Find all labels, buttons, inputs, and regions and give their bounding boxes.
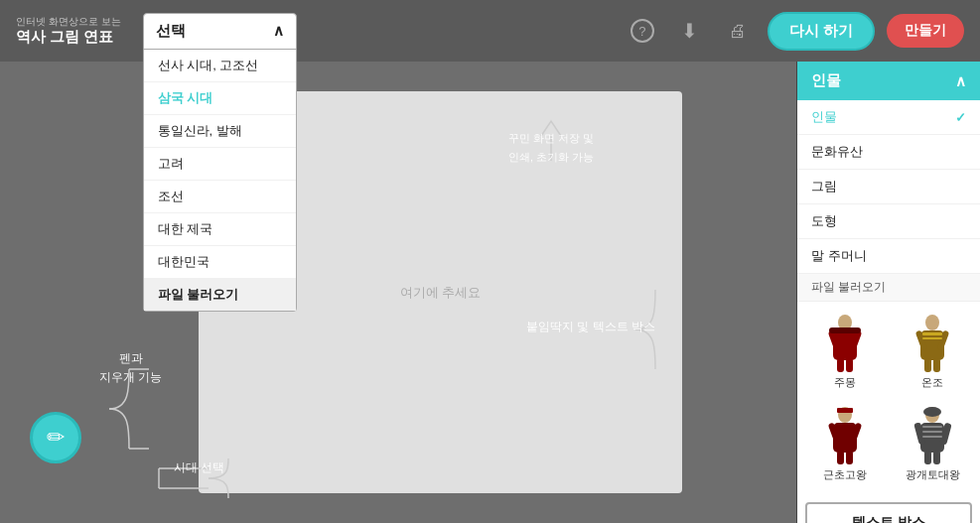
sticker-callout-text: 붙임딱지 및 텍스트 박스 [526,320,655,333]
canvas-placeholder: 여기에 추세요 [400,284,482,302]
era-item-unified-silla[interactable]: 통일신라, 발해 [144,115,296,148]
char-name-jumong: 주몽 [834,375,856,390]
era-item-korean-empire[interactable]: 대한 제국 [144,213,296,246]
char-item-geunchogo[interactable]: 근초고왕 [803,400,887,488]
era-item-goryeo[interactable]: 고려 [144,148,296,181]
era-item-file-load[interactable]: 파일 불러오기 [144,279,296,311]
svg-rect-22 [837,408,853,413]
svg-point-29 [923,407,941,417]
svg-rect-10 [837,358,844,372]
era-item-joseon[interactable]: 조선 [144,181,296,213]
character-grid: 주몽 온조 [797,302,980,494]
gwanggaeto-figure-svg [910,407,955,464]
char-figure-jumong [820,314,870,373]
help-icon: ? [630,19,654,43]
char-figure-onjo [908,314,957,373]
pen-callout-text: 펜과 지우개 기능 [99,351,162,384]
pen-tool-button[interactable]: ✏ [30,412,81,463]
save-print-text: 꾸민 화면 저장 및 인쇄, 초기화 가능 [508,132,594,163]
char-name-gwanggaeto: 광개토대왕 [906,467,960,482]
top-bar: 인터넷 화면상으로 보는 역사 그림 연표 선택 ∧ 선사 시대, 고조선 삼국… [0,0,980,62]
pen-icon: ✏ [47,425,65,451]
svg-rect-19 [922,332,942,335]
svg-rect-20 [922,337,942,339]
svg-rect-17 [924,358,931,372]
category-list: 인물 ✓ 문화유산 그림 도형 말 주머니 파일 불러오기 [797,100,980,302]
category-label-file: 파일 불러오기 [811,279,886,296]
category-item-painting[interactable]: 그림 [797,170,980,204]
era-dropdown-list: 선사 시대, 고조선 삼국 시대 통일신라, 발해 고려 조선 대한 제국 대한… [143,50,297,312]
chevron-up-icon: ∧ [273,22,284,40]
check-icon: ✓ [955,110,966,125]
logo-title: 역사 그림 연표 [16,28,121,46]
chevron-up-icon: ∧ [955,72,966,90]
char-name-onjo: 온조 [921,375,943,390]
svg-rect-34 [933,451,940,464]
make-button[interactable]: 만들기 [887,14,964,48]
right-panel: 인물 ∧ 인물 ✓ 문화유산 그림 도형 말 주머니 파일 불러오기 [796,62,980,523]
print-button[interactable]: 🖨 [720,13,756,49]
save-print-callout: 꾸민 화면 저장 및 인쇄, 초기화 가능 [487,129,616,167]
svg-rect-33 [924,451,931,464]
svg-rect-18 [933,358,940,372]
svg-point-13 [925,315,939,330]
download-icon: ⬇ [681,19,698,43]
category-label-painting: 그림 [811,178,837,196]
category-label-speech: 말 주머니 [811,247,867,265]
char-item-jumong[interactable]: 주몽 [803,308,887,396]
char-figure-gwanggaeto [908,406,957,465]
char-item-gwanggaeto[interactable]: 광개토대왕 [891,400,974,488]
category-item-figures[interactable]: 인물 ✓ [797,100,980,135]
era-item-republic[interactable]: 대한민국 [144,246,296,279]
category-header-label: 인물 [811,71,841,90]
category-label-figures: 인물 [811,108,837,126]
svg-rect-26 [837,451,844,464]
char-name-geunchogo: 근초고왕 [823,467,867,482]
help-button[interactable]: ? [625,13,660,49]
logo: 인터넷 화면상으로 보는 역사 그림 연표 [16,16,121,46]
text-box-button[interactable]: 텍스트 박스 [805,502,972,523]
jumong-figure-svg [823,315,868,372]
category-label-shape: 도형 [811,212,837,230]
era-item-three-kingdoms[interactable]: 삼국 시대 [144,82,296,115]
pen-callout: 펜과 지우개 기능 [99,349,162,387]
svg-rect-12 [829,327,861,333]
logo-subtitle: 인터넷 화면상으로 보는 [16,16,121,28]
category-item-heritage[interactable]: 문화유산 [797,135,980,170]
era-selected-label: 선택 [156,22,186,41]
onjo-figure-svg [910,315,955,372]
category-label-heritage: 문화유산 [811,143,863,161]
era-callout-text: 시대 선택 [174,460,224,474]
text-box-section: 텍스트 박스 [797,494,980,523]
geunchogo-figure-svg [823,407,868,464]
era-dropdown-header[interactable]: 선택 ∧ [143,13,297,50]
category-item-shape[interactable]: 도형 [797,204,980,239]
era-callout: 시대 선택 [174,458,224,477]
svg-rect-35 [922,426,942,428]
char-figure-geunchogo [820,406,870,465]
category-item-speech[interactable]: 말 주머니 [797,239,980,274]
svg-rect-11 [846,358,853,372]
sticker-callout: 붙임딱지 및 텍스트 박스 [526,318,655,336]
era-item-prehistoric[interactable]: 선사 시대, 고조선 [144,50,296,82]
era-dropdown[interactable]: 선택 ∧ 선사 시대, 고조선 삼국 시대 통일신라, 발해 고려 조선 대한 … [143,13,297,50]
svg-rect-36 [922,431,942,433]
category-item-file[interactable]: 파일 불러오기 [797,274,980,302]
print-icon: 🖨 [729,21,747,42]
svg-rect-27 [846,451,853,464]
category-header[interactable]: 인물 ∧ [797,62,980,100]
svg-rect-37 [922,436,942,438]
restart-button[interactable]: 다시 하기 [768,12,875,51]
download-button[interactable]: ⬇ [672,13,708,49]
char-item-onjo[interactable]: 온조 [891,308,974,396]
